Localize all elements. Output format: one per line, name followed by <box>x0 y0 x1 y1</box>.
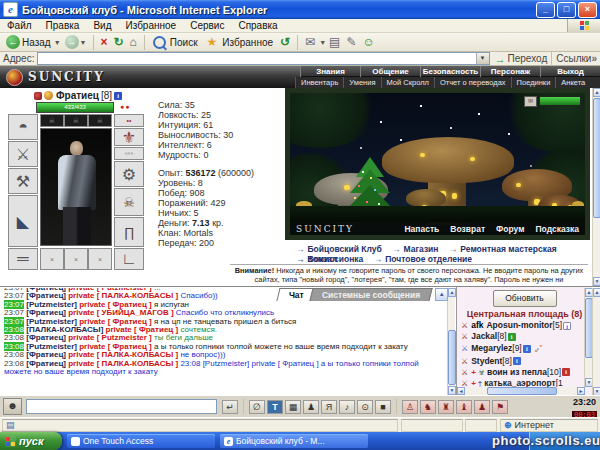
chat-scrollbar[interactable]: ▲ ▼ <box>447 288 455 395</box>
save-log-icon[interactable]: ▦ <box>285 400 301 414</box>
menu-edit[interactable]: Правка <box>39 20 87 31</box>
subnav-skroll[interactable]: Мой Скролл <box>381 77 434 88</box>
task-browser[interactable]: e Бойцовский клуб - M... <box>220 434 368 448</box>
slot-boots[interactable]: ∟ <box>114 248 144 270</box>
maximize-button[interactable]: □ <box>557 2 576 18</box>
nav-bezopasnost[interactable]: Безопасность <box>420 66 480 77</box>
page-scrollbar[interactable]: ▲ ▼ <box>592 288 600 396</box>
translit-icon[interactable]: Я <box>321 400 337 414</box>
messenger-icon[interactable]: ☺ <box>363 35 375 49</box>
fight-filter-icon[interactable]: ♙ <box>402 400 418 414</box>
address-input[interactable] <box>38 53 475 64</box>
filter-icon[interactable]: T <box>267 400 283 414</box>
edit-icon[interactable]: ✎ <box>346 35 356 49</box>
slot-cloak[interactable]: ◣ <box>8 195 38 247</box>
character-name[interactable]: Фратиец <box>56 90 99 101</box>
nav-znaniya[interactable]: Знания <box>300 66 360 77</box>
scene-mail-icon[interactable]: ✉ <box>524 96 537 107</box>
trinket-slot[interactable]: ☠ <box>40 114 64 127</box>
back-caret-icon[interactable]: ▼ <box>54 39 61 46</box>
nav-vyhod[interactable]: Выход <box>540 66 600 77</box>
link-repair[interactable]: Ремонтная мастерская <box>460 244 556 254</box>
history-icon[interactable]: ↺ <box>280 35 290 49</box>
send-button[interactable]: ↵ <box>222 400 238 414</box>
subnav-inventar[interactable]: Инвентарь <box>295 77 343 88</box>
user-info-icon[interactable]: i <box>513 357 521 365</box>
link-post[interactable]: Почтовое отделение <box>385 254 472 264</box>
slot-shield[interactable]: ☠ <box>114 188 144 216</box>
user-nick[interactable]: Megarylez <box>471 343 512 354</box>
user-nick[interactable]: Jackal <box>471 331 497 342</box>
attack-icon[interactable]: ⚔ <box>461 343 468 354</box>
attack-icon[interactable]: ⚔ <box>461 367 468 378</box>
minimize-button[interactable]: _ <box>536 2 555 18</box>
user-nick[interactable]: воин из пепла <box>487 367 547 378</box>
attack-icon[interactable]: ⚔ <box>461 356 468 367</box>
scene-link-return[interactable]: Возврат <box>450 224 485 234</box>
link-fightclub[interactable]: Бойцовский Клуб <box>308 244 382 254</box>
user-info-icon[interactable]: i <box>523 345 531 353</box>
slot-belt[interactable]: ═ <box>8 248 38 270</box>
chat-scroll-up-icon[interactable]: ▲ <box>435 288 448 301</box>
sound-icon[interactable]: ♪ <box>339 400 355 414</box>
scroll-up-icon[interactable]: ▲ <box>448 288 456 297</box>
menu-help[interactable]: Справка <box>231 20 284 31</box>
forward-caret-icon[interactable]: ▼ <box>80 39 87 46</box>
go-icon[interactable]: → <box>495 53 506 65</box>
bone-slot[interactable]: × <box>64 248 88 270</box>
scroll-thumb[interactable] <box>448 330 456 385</box>
travel-icon[interactable]: ♟ <box>303 400 319 414</box>
fight-filter-icon[interactable]: ♞ <box>420 400 436 414</box>
links-label[interactable]: Ссылки <box>556 53 591 64</box>
bone-slot[interactable]: × <box>40 248 64 270</box>
bone-slot[interactable]: × <box>88 248 112 270</box>
scroll-up-icon[interactable]: ▲ <box>593 88 600 97</box>
menu-view[interactable]: Вид <box>86 20 118 31</box>
slot-gun[interactable]: ⚙ <box>114 161 144 187</box>
clear-icon[interactable]: ∅ <box>249 400 265 414</box>
scroll-down-icon[interactable]: ▼ <box>593 277 600 286</box>
go-label[interactable]: Переход <box>508 53 548 64</box>
info-badge-icon[interactable]: i <box>114 92 122 100</box>
subnav-perevody[interactable]: Отчет о переводах <box>434 77 511 88</box>
print-icon[interactable]: ▤ <box>329 35 340 49</box>
home-icon[interactable]: ⌂ <box>130 35 137 49</box>
smiley-button[interactable]: ☻ <box>3 398 22 415</box>
users-scrollbar[interactable]: ▲ ▼ <box>584 288 592 387</box>
scroll-up-icon[interactable]: ▲ <box>593 288 600 297</box>
scroll-left-icon[interactable]: ◄ <box>457 387 465 395</box>
forward-button[interactable]: → ▼ <box>65 35 87 49</box>
back-button[interactable]: ← Назад ▼ <box>6 35 61 49</box>
user-info-icon[interactable]: i <box>562 368 570 376</box>
user-nick[interactable]: Stydent <box>471 356 502 367</box>
tab-system-messages[interactable]: Системные сообщения <box>309 288 432 301</box>
channel-icon[interactable]: ■ <box>375 400 391 414</box>
subnav-poedinki[interactable]: Поединки <box>511 77 556 88</box>
user-info-icon[interactable]: i <box>563 322 571 330</box>
fight-filter-icon[interactable]: ⚑ <box>492 400 508 414</box>
menu-tools[interactable]: Сервис <box>183 20 231 31</box>
scroll-thumb[interactable] <box>593 98 600 218</box>
attack-icon[interactable]: ⚔ <box>461 331 468 342</box>
slot-pants[interactable]: ∏ <box>114 217 144 247</box>
mail-icon[interactable]: ✉ <box>305 35 315 49</box>
slot-weapon[interactable]: ⚔ <box>8 141 38 167</box>
slot-hammer[interactable]: ⚒ <box>8 168 38 194</box>
mail-caret-icon[interactable]: ▼ <box>319 39 326 46</box>
address-dropdown-icon[interactable]: ▼ <box>476 53 489 64</box>
trinket-slot[interactable]: ☠ <box>64 114 88 127</box>
scene-link-forum[interactable]: Форум <box>496 224 524 234</box>
scroll-down-icon[interactable]: ▼ <box>448 386 456 395</box>
fight-filter-icon[interactable]: ♝ <box>456 400 472 414</box>
nav-obschenie[interactable]: Общение <box>360 66 420 77</box>
user-nick[interactable]: Aposun-monitor <box>486 320 552 331</box>
favorites-button[interactable]: ★ Избранное <box>204 35 275 49</box>
link-shop[interactable]: Магазин <box>404 244 439 254</box>
refresh-icon[interactable]: ↻ <box>114 35 124 49</box>
stop-icon[interactable]: × <box>101 35 108 49</box>
attack-icon[interactable]: ⚔ <box>461 320 468 331</box>
menu-file[interactable]: Файл <box>0 20 39 31</box>
links-chevron-icon[interactable]: » <box>591 53 597 64</box>
start-button[interactable]: пуск <box>0 432 62 450</box>
timer-icon[interactable]: ⊙ <box>357 400 373 414</box>
